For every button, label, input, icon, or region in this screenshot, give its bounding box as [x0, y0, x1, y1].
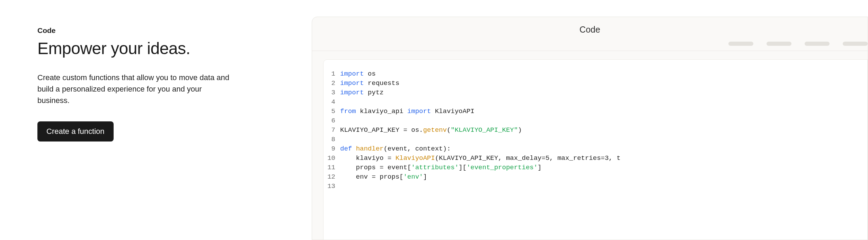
line-number: 5 — [324, 107, 340, 116]
line-number: 8 — [324, 135, 340, 144]
eyebrow-label: Code — [37, 26, 312, 35]
line-number: 11 — [324, 163, 340, 172]
line-content: from klaviyo_api import KlaviyoAPI — [340, 107, 475, 116]
line-number: 1 — [324, 69, 340, 79]
line-number: 2 — [324, 79, 340, 88]
code-line: 5from klaviyo_api import KlaviyoAPI — [324, 107, 867, 116]
line-number: 13 — [324, 182, 340, 191]
line-content: import os — [340, 69, 376, 79]
code-window: Code 1import os2import requests3import p… — [312, 17, 868, 240]
description: Create custom functions that allow you t… — [37, 72, 231, 106]
line-content: import pytz — [340, 88, 383, 97]
line-content: env = props['env'] — [340, 172, 427, 182]
tab-placeholder — [805, 42, 830, 46]
tab-placeholder — [767, 42, 791, 46]
create-function-button[interactable]: Create a function — [37, 121, 114, 142]
code-body: 1import os2import requests3import pytz45… — [312, 51, 868, 240]
line-content: import requests — [340, 79, 399, 88]
line-number: 6 — [324, 116, 340, 126]
line-content: def handler(event, context): — [340, 144, 451, 154]
tab-placeholder — [728, 42, 753, 46]
line-number: 7 — [324, 126, 340, 135]
code-preview-panel: Code 1import os2import requests3import p… — [312, 17, 868, 240]
code-line: 2import requests — [324, 79, 867, 88]
line-number: 9 — [324, 144, 340, 154]
code-editor: 1import os2import requests3import pytz45… — [323, 59, 868, 240]
code-line: 1import os — [324, 69, 867, 79]
code-line: 3import pytz — [324, 88, 867, 97]
tab-placeholders — [728, 42, 868, 46]
code-line: 6 — [324, 116, 867, 126]
code-line: 12 env = props['env'] — [324, 172, 867, 182]
code-line: 13 — [324, 182, 867, 191]
code-line: 10 klaviyo = KlaviyoAPI(KLAVIYO_API_KEY,… — [324, 154, 867, 163]
code-line: 7KLAVIYO_API_KEY = os.getenv("KLAVIYO_AP… — [324, 126, 867, 135]
line-number: 10 — [324, 154, 340, 163]
tab-placeholder — [843, 42, 868, 46]
code-line: 4 — [324, 97, 867, 107]
line-content: klaviyo = KlaviyoAPI(KLAVIYO_API_KEY, ma… — [340, 154, 621, 163]
code-line: 9def handler(event, context): — [324, 144, 867, 154]
code-lines: 1import os2import requests3import pytz45… — [324, 69, 867, 191]
line-content: KLAVIYO_API_KEY = os.getenv("KLAVIYO_API… — [340, 126, 522, 135]
code-line: 11 props = event['attributes']['event_pr… — [324, 163, 867, 172]
hero-text-panel: Code Empower your ideas. Create custom f… — [0, 0, 312, 240]
line-number: 12 — [324, 172, 340, 182]
line-number: 4 — [324, 97, 340, 107]
code-line: 8 — [324, 135, 867, 144]
line-content: props = event['attributes']['event_prope… — [340, 163, 542, 172]
line-number: 3 — [324, 88, 340, 97]
code-window-title: Code — [579, 25, 600, 35]
code-window-header: Code — [312, 17, 868, 51]
headline: Empower your ideas. — [37, 39, 312, 58]
